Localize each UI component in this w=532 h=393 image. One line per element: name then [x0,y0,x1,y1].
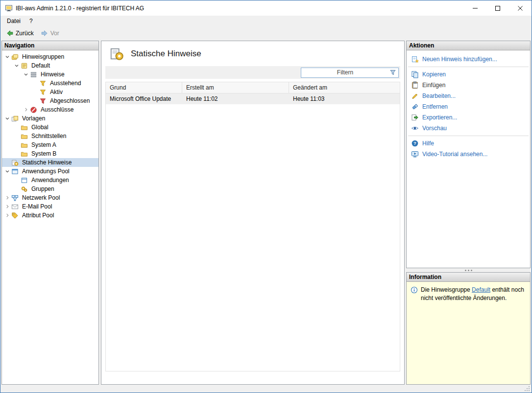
tree-item-gruppen[interactable]: Gruppen [2,185,98,193]
twisty-spacer [13,150,20,157]
tree-item-label: Hinweise [39,71,66,78]
info-icon [411,286,418,294]
title-bar: IBI-aws Admin 1.21.0 - registriert für I… [0,0,532,16]
static-hints-icon [109,46,124,61]
table-header-row: GrundErstellt amGeändert am [106,82,400,93]
tree-item-schnittstellen[interactable]: Schnittstellen [2,132,98,140]
twisty-spacer [32,97,39,104]
chevron-right-icon[interactable] [4,203,11,210]
chevron-down-icon[interactable] [13,62,20,69]
twisty-spacer [32,89,39,95]
twisty-spacer [13,141,20,148]
forward-button-label: Vor [50,30,59,37]
menu-item-help[interactable]: ? [25,16,37,26]
tree-item-system-b[interactable]: System B [2,149,98,158]
table-row[interactable]: Microsoft Office UpdateHeute 11:02Heute … [106,93,400,104]
tree-item-ausstehend[interactable]: Ausstehend [2,79,98,88]
tree-item-anwendungen[interactable]: Anwendungen [2,176,98,185]
exclude-icon [30,106,37,114]
back-button[interactable]: Zurück [3,28,37,38]
tree-item-abgeschlossen[interactable]: Abgeschlossen [2,96,98,105]
chevron-down-icon[interactable] [4,53,11,60]
tree-item-ausschlusse[interactable]: Ausschlüsse [2,105,98,114]
table-cell: Heute 11:02 [182,93,289,104]
back-arrow-icon [6,29,14,37]
tree-item-system-a[interactable]: System A [2,140,98,149]
chevron-right-icon[interactable] [23,106,29,113]
filter-box [301,68,399,78]
tree-item-hinweisgruppen[interactable]: Hinweisgruppen [2,52,98,61]
filter-input[interactable] [301,69,389,76]
action-vorschau[interactable]: Vorschau [407,123,530,134]
panel-splitter[interactable] [406,268,531,272]
action-label: Video-Tutorial ansehen... [422,151,487,158]
hint-group-icon [21,62,28,69]
forward-arrow-icon [41,29,48,37]
chevron-down-icon[interactable] [4,168,11,175]
navigation-tree: HinweisgruppenDefaultHinweiseAusstehendA… [2,50,98,384]
action-bearbeiten[interactable]: Bearbeiten... [407,91,530,101]
tree-item-label: Anwendungs Pool [21,168,71,175]
column-header-grund[interactable]: Grund [106,82,182,93]
copy-icon [411,70,419,78]
tree-item-hinweise[interactable]: Hinweise [2,70,98,79]
action-label: Entfernen [422,103,448,110]
maximize-button[interactable] [486,0,509,16]
column-header-geandert-am[interactable]: Geändert am [289,82,400,93]
tree-item-label: System B [30,150,58,157]
tree-item-label: Default [30,62,51,69]
filter-funnel-icon[interactable] [389,69,397,76]
right-column: Aktionen Neuen Hinweis hinzufügen...Kopi… [406,41,531,385]
minimize-button[interactable] [464,0,486,16]
toolbar: Zurück Vor [0,26,532,40]
mail-icon [11,203,19,210]
navigation-panel: Navigation HinweisgruppenDefaultHinweise… [1,41,99,385]
tree-item-label: Gruppen [30,185,56,192]
window-plain-icon [21,177,28,184]
tree-item-e-mail-pool[interactable]: E-Mail Pool [2,202,98,211]
chevron-down-icon[interactable] [23,71,29,78]
tree-item-label: Ausstehend [48,80,82,87]
tree-item-label: E-Mail Pool [21,203,53,210]
tree-item-label: Netzwerk Pool [21,194,61,201]
tree-item-vorlagen[interactable]: Vorlagen [2,114,98,123]
resize-grip-icon[interactable] [524,386,530,392]
twisty-spacer [13,133,20,139]
default-group-link[interactable]: Default [472,286,490,293]
action-einfugen[interactable]: Einfügen [407,80,530,91]
chevron-right-icon[interactable] [4,212,11,219]
chevron-down-icon[interactable] [4,115,11,122]
actions-separator [408,136,529,136]
action-label: Vorschau [422,125,447,132]
main-header: Statische Hinweise [101,41,404,65]
chevron-right-icon[interactable] [4,194,11,201]
static-note-icon [11,159,19,166]
eraser-icon [411,103,419,111]
twisty-spacer [32,80,39,87]
tree-item-aktiv[interactable]: Aktiv [2,88,98,96]
folder-icon [21,150,28,158]
tree-item-label: Attribut Pool [21,212,55,219]
action-label: Bearbeiten... [422,92,456,99]
action-exportieren[interactable]: Exportieren... [407,112,530,123]
close-button[interactable] [509,0,532,16]
action-label: Neuen Hinweis hinzufügen... [422,56,497,63]
action-hilfe[interactable]: ?Hilfe [407,138,530,149]
action-kopieren[interactable]: Kopieren [407,69,530,80]
action-video-tutorial-ansehen[interactable]: Video-Tutorial ansehen... [407,149,530,160]
tree-item-global[interactable]: Global [2,123,98,132]
menu-item-datei[interactable]: Datei [2,16,25,26]
status-bar [0,385,532,393]
tree-item-netzwerk-pool[interactable]: Netzwerk Pool [2,193,98,202]
tree-item-statische-hinweise[interactable]: Statische Hinweise [2,158,98,167]
twisty-spacer [13,177,20,184]
tree-item-attribut-pool[interactable]: Attribut Pool [2,211,98,220]
column-header-erstellt-am[interactable]: Erstellt am [182,82,289,93]
window-title: IBI-aws Admin 1.21.0 - registriert für I… [16,5,144,12]
action-entfernen[interactable]: Entfernen [407,101,530,112]
forward-button[interactable]: Vor [38,28,62,38]
tree-item-anwendungs-pool[interactable]: Anwendungs Pool [2,167,98,176]
tree-item-default[interactable]: Default [2,61,98,70]
help-icon: ? [411,139,419,147]
action-neuen-hinweis-hinzufugen[interactable]: Neuen Hinweis hinzufügen... [407,54,530,65]
